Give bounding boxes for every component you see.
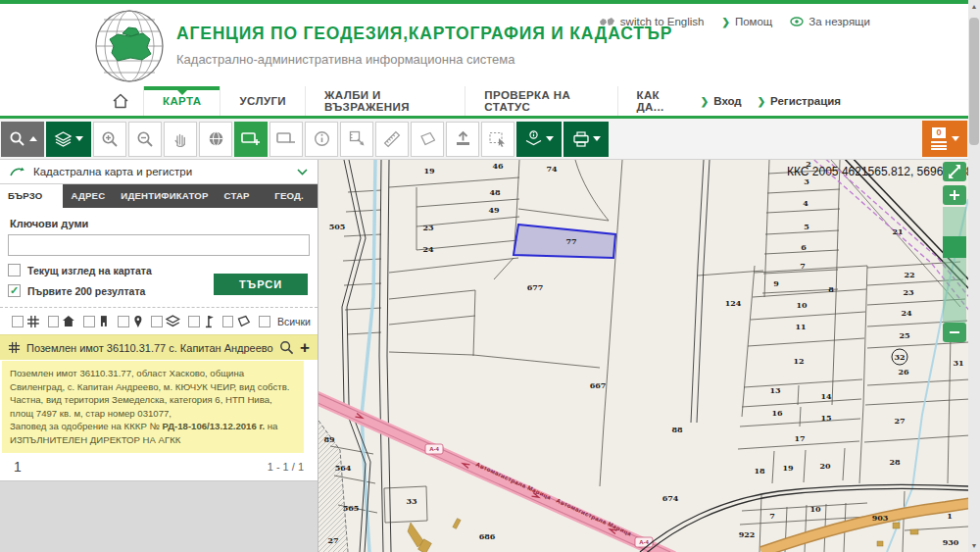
svg-text:22: 22 <box>904 270 914 279</box>
svg-text:46: 46 <box>492 161 504 171</box>
arrow-icon: ❯ <box>721 17 729 27</box>
measure-polygon-button[interactable] <box>411 122 444 157</box>
identify-layers-button[interactable] <box>516 122 562 157</box>
svg-text:А-4: А-4 <box>639 539 649 545</box>
zoom-slider-track[interactable] <box>943 207 966 323</box>
nav-item-karta[interactable]: КАРТА <box>143 86 220 116</box>
map-toolbar: 0 <box>0 119 980 160</box>
result-details-wrap: Поземлен имот 36110.31.77, област Хасков… <box>0 360 318 453</box>
map-zoom-out-button[interactable] <box>943 323 966 342</box>
first-200-checkbox[interactable]: ✓ <box>8 284 21 297</box>
select-rect-icon <box>489 131 507 147</box>
hand-icon <box>172 130 188 147</box>
identify-info-button[interactable] <box>305 122 338 157</box>
svg-text:564: 564 <box>335 463 352 473</box>
filter-object-checkbox[interactable] <box>83 316 95 327</box>
filter-boundary-checkbox[interactable] <box>222 316 234 327</box>
filter-geodetic-checkbox[interactable] <box>188 316 200 327</box>
switch-language-link[interactable]: switch to English <box>599 16 705 27</box>
search-tool-button[interactable] <box>1 122 44 157</box>
scroll-up-icon[interactable]: ▲ <box>968 3 980 10</box>
caret-down-icon <box>593 136 601 145</box>
tab-identifier[interactable]: ИДЕНТИФИКАТОР <box>113 184 216 208</box>
tab-address[interactable]: АДРЕС <box>63 184 113 208</box>
result-row[interactable]: Поземлен имот 36110.31.77 с. Капитан Анд… <box>0 334 318 360</box>
caret-down-icon <box>952 136 959 145</box>
zoom-slider-handle[interactable] <box>943 236 966 258</box>
svg-text:20: 20 <box>819 461 831 471</box>
layers-tool-button[interactable] <box>46 122 91 157</box>
svg-text:17: 17 <box>794 433 805 443</box>
zoom-rect-out-button[interactable] <box>270 122 303 157</box>
scroll-down-icon[interactable]: ▼ <box>968 542 980 549</box>
tab-geod-base[interactable]: ГЕОД. ОСНОВА <box>267 184 324 208</box>
full-extent-globe-button[interactable] <box>199 122 232 157</box>
world-map-icon <box>599 17 615 27</box>
filter-zone-checkbox[interactable] <box>151 316 163 327</box>
tab-old-ident[interactable]: СТАР ИДЕНТ. <box>217 184 268 208</box>
search-button[interactable]: ТЪРСИ <box>214 274 308 295</box>
map-expand-button[interactable] <box>943 162 966 181</box>
current-view-checkbox[interactable] <box>8 264 21 276</box>
survey-point-icon <box>203 315 215 328</box>
upload-button[interactable] <box>446 122 479 157</box>
nav-item-uslugi[interactable]: УСЛУГИ <box>220 86 305 116</box>
zoom-to-result-icon[interactable] <box>279 340 294 355</box>
cadastral-map[interactable]: Автомагистрала Марица Автомагистрала Мар… <box>318 160 968 552</box>
svg-text:10: 10 <box>809 504 821 514</box>
svg-text:1: 1 <box>947 511 953 521</box>
svg-text:31: 31 <box>953 358 963 368</box>
header-links: switch to English ❯ Помощ За незрящи <box>599 16 870 27</box>
nav-item-zhalbi[interactable]: ЖАЛБИ И ВЪЗРАЖЕНИЯ <box>305 86 465 116</box>
agency-logo <box>93 10 166 82</box>
measure-distance-button[interactable] <box>375 122 409 157</box>
parcel-grid-icon <box>26 315 40 328</box>
svg-text:А-4: А-4 <box>429 446 439 452</box>
pan-hand-button[interactable] <box>164 122 197 157</box>
layers-small-icon <box>166 315 180 327</box>
filter-all-checkbox[interactable] <box>259 316 270 327</box>
filter-building-checkbox[interactable] <box>48 316 60 327</box>
page-number[interactable]: 1 <box>14 459 22 475</box>
selection-count: 0 <box>932 127 946 138</box>
nav-item-proverka[interactable]: ПРОВЕРКА НА СТАТУС <box>465 86 616 116</box>
filter-address-checkbox[interactable] <box>118 316 129 327</box>
nav-item-kakda[interactable]: КАК ДА... <box>617 86 701 116</box>
keywords-input[interactable] <box>8 234 310 256</box>
svg-text:28: 28 <box>889 457 901 467</box>
selection-counter-icon: 0 <box>930 127 948 151</box>
print-button[interactable] <box>564 122 609 157</box>
svg-text:903: 903 <box>872 513 889 523</box>
svg-text:18: 18 <box>754 466 765 476</box>
zoom-in-button[interactable] <box>93 122 126 157</box>
filter-parcel-checkbox[interactable] <box>12 316 24 327</box>
map-layer-select[interactable]: Кадастрална карта и регистри <box>0 160 318 184</box>
home-icon <box>112 93 129 109</box>
svg-text:23: 23 <box>903 287 914 297</box>
svg-text:19: 19 <box>423 166 435 176</box>
svg-text:48: 48 <box>489 187 501 197</box>
svg-text:26: 26 <box>898 367 909 376</box>
tab-quick-search[interactable]: БЪРЗО ТЪРСЕНЕ <box>0 184 63 208</box>
nav-home-button[interactable] <box>98 86 143 116</box>
page-scrollbar[interactable]: ▲ ▼ <box>968 0 980 552</box>
register-link[interactable]: ❯Регистрация <box>758 95 841 107</box>
info-icon <box>314 130 330 147</box>
help-link[interactable]: ❯ Помощ <box>721 16 772 27</box>
map-zoom-in-button[interactable] <box>943 185 966 205</box>
zoom-out-button[interactable] <box>128 122 162 157</box>
accessibility-link[interactable]: За незрящи <box>790 16 870 27</box>
scrollbar-thumb[interactable] <box>969 18 979 145</box>
print-icon <box>572 131 590 147</box>
selection-counter-button[interactable]: 0 <box>922 121 967 157</box>
select-rect-button[interactable] <box>481 122 514 157</box>
pagination: 1 1 - 1 / 1 <box>0 453 318 481</box>
svg-text:930: 930 <box>943 537 959 547</box>
measure-area-button[interactable] <box>340 122 373 157</box>
svg-text:9: 9 <box>773 278 779 288</box>
zoom-rect-in-button[interactable] <box>234 122 268 157</box>
main-nav: КАРТА УСЛУГИ ЖАЛБИ И ВЪЗРАЖЕНИЯ ПРОВЕРКА… <box>0 86 980 119</box>
add-result-icon[interactable]: + <box>300 341 310 355</box>
map-background <box>318 160 968 552</box>
login-link[interactable]: ❯Вход <box>701 95 742 107</box>
